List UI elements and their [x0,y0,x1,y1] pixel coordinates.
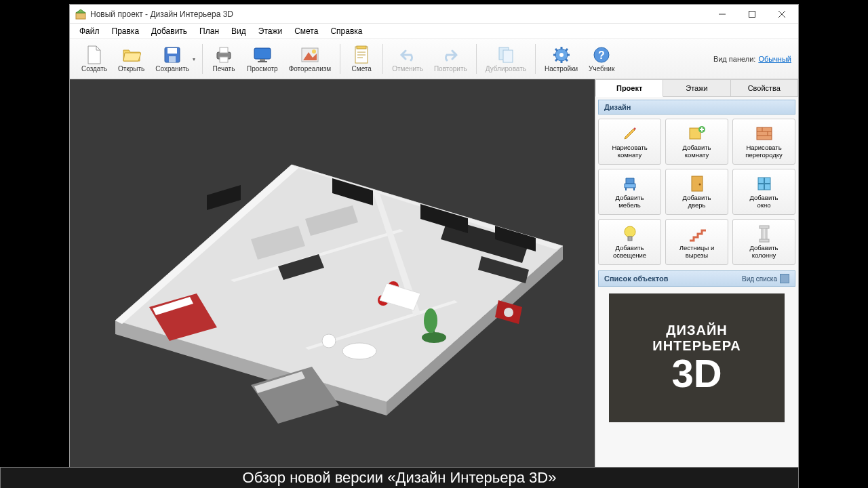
svg-point-61 [322,334,336,348]
gear-icon [552,45,571,64]
add-furniture-button[interactable]: Добавить мебель [598,169,661,215]
svg-marker-1 [76,9,85,13]
stairs-icon [688,225,706,243]
svg-rect-7 [167,48,177,54]
view-list-icon[interactable] [780,274,789,283]
svg-line-33 [566,49,568,51]
folder-open-icon [122,45,141,64]
design-section-header: Дизайн [598,100,795,115]
add-door-button[interactable]: Добавить дверь [665,169,728,215]
menu-floors[interactable]: Этажи [253,25,288,37]
add-column-button[interactable]: Добавить колонну [732,219,795,265]
add-room-button[interactable]: Добавить комнату [665,119,728,165]
photoreal-button[interactable]: Фотореализм [284,41,336,77]
preview-button[interactable]: Просмотр [242,41,283,77]
help-button[interactable]: ? Учебник [584,41,619,77]
svg-point-59 [504,308,513,317]
svg-line-31 [555,49,557,51]
svg-point-64 [424,308,437,333]
svg-marker-37 [115,165,563,402]
redo-button[interactable]: Повторить [429,41,472,77]
3d-viewport[interactable] [70,79,595,467]
chair-icon [621,175,639,192]
tab-floors[interactable]: Этажи [663,79,730,97]
pencil-icon [621,125,639,142]
menubar: Файл Правка Добавить План Вид Этажи Смет… [70,24,798,39]
open-button[interactable]: Открыть [113,41,149,77]
app-icon [75,9,86,20]
menu-plan[interactable]: План [194,25,224,37]
floorplan-render [81,97,583,449]
menu-help[interactable]: Справка [325,25,368,37]
wall-icon [755,125,773,142]
render-icon [300,45,319,64]
svg-rect-14 [258,61,267,62]
svg-rect-0 [76,13,85,19]
svg-point-83 [625,226,635,237]
help-icon: ? [592,45,611,64]
svg-rect-85 [762,228,767,240]
draw-room-button[interactable]: Нарисовать комнату [598,119,661,165]
estimate-icon [352,45,371,64]
objects-list-header: Список объектов Вид списка [598,270,795,287]
undo-icon [398,45,417,64]
menu-add[interactable]: Добавить [146,25,193,37]
svg-line-32 [566,59,568,61]
stairs-button[interactable]: Лестницы и вырезы [665,219,728,265]
window-title: Новый проект - Дизайн Интерьера 3D [90,9,707,19]
svg-rect-12 [254,48,271,59]
print-button[interactable]: Печать [207,41,241,77]
svg-rect-8 [169,56,176,62]
svg-rect-84 [628,237,632,241]
svg-rect-78 [692,176,703,191]
new-file-icon [85,45,104,64]
add-light-button[interactable]: Добавить освещение [598,219,661,265]
duplicate-button[interactable]: Дублировать [481,41,531,77]
door-icon [688,175,706,192]
printer-icon [214,45,233,64]
video-caption: Обзор новой версии «Дизайн Интерьера 3D» [0,467,799,488]
maximize-button[interactable] [737,5,767,24]
svg-line-34 [555,59,557,61]
bulb-icon [621,225,639,243]
menu-view[interactable]: Вид [226,25,252,37]
duplicate-icon [496,45,515,64]
menu-file[interactable]: Файл [74,25,105,37]
add-window-button[interactable]: Добавить окно [732,169,795,215]
monitor-icon [253,45,272,64]
undo-button[interactable]: Отменить [387,41,428,77]
side-panel: Проект Этажи Свойства Дизайн Нарисовать … [595,79,798,467]
svg-rect-13 [260,59,265,61]
svg-point-60 [342,343,376,359]
close-button[interactable] [767,5,797,24]
promo-logo: ДИЗАЙН ИНТЕРЬЕРА 3D [609,293,785,422]
tab-properties[interactable]: Свойства [731,79,798,97]
svg-marker-68 [207,185,241,210]
svg-rect-24 [503,50,513,62]
menu-estimate[interactable]: Смета [289,25,323,37]
svg-text:?: ? [598,49,605,61]
menu-edit[interactable]: Правка [106,25,145,37]
svg-rect-11 [220,57,228,62]
toolbar: Создать Открыть Сохранить Печать Просмот… [70,39,798,79]
svg-point-26 [559,53,564,57]
svg-rect-3 [749,11,755,17]
panel-mode-link[interactable]: Обычный [758,55,791,63]
column-icon [755,225,773,243]
svg-rect-87 [760,239,769,242]
estimate-button[interactable]: Смета [344,41,378,77]
settings-button[interactable]: Настройки [540,41,583,77]
svg-rect-86 [760,226,769,228]
redo-icon [441,45,460,64]
svg-rect-19 [357,46,366,49]
create-button[interactable]: Создать [77,41,112,77]
titlebar: Новый проект - Дизайн Интерьера 3D [70,5,798,24]
svg-point-17 [312,49,316,54]
minimize-button[interactable] [707,5,737,24]
svg-point-79 [698,183,701,185]
tab-project[interactable]: Проект [595,79,663,97]
draw-partition-button[interactable]: Нарисовать перегородку [732,119,795,165]
room-plus-icon [688,125,706,142]
view-list-link[interactable]: Вид списка [742,275,777,283]
save-button[interactable]: Сохранить [151,41,198,77]
